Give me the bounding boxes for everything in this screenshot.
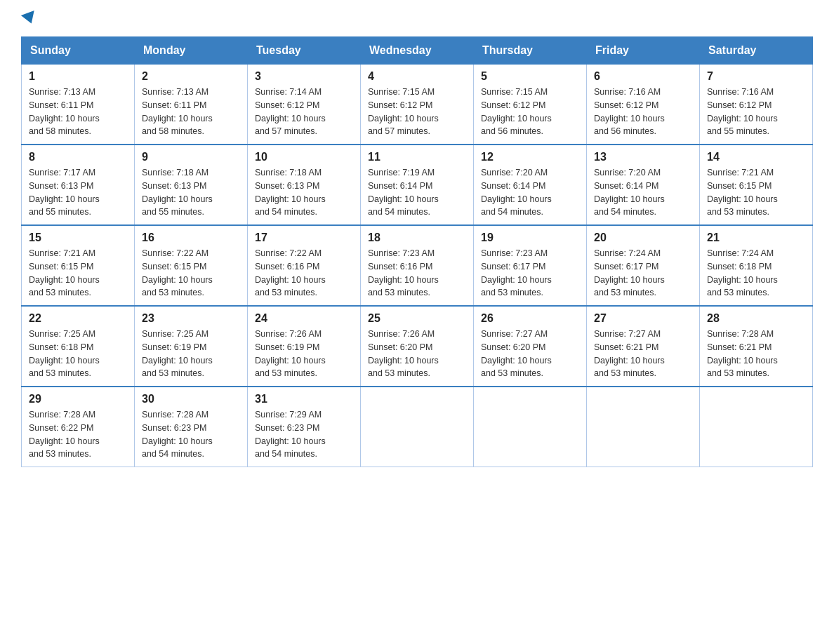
calendar-week-row: 15Sunrise: 7:21 AMSunset: 6:15 PMDayligh… — [22, 225, 813, 306]
day-info: Sunrise: 7:25 AMSunset: 6:19 PMDaylight:… — [142, 328, 240, 380]
day-info: Sunrise: 7:25 AMSunset: 6:18 PMDaylight:… — [29, 328, 127, 380]
calendar-day-cell — [361, 387, 474, 467]
calendar-day-cell: 12Sunrise: 7:20 AMSunset: 6:14 PMDayligh… — [474, 145, 587, 225]
calendar-day-cell: 26Sunrise: 7:27 AMSunset: 6:20 PMDayligh… — [474, 306, 587, 387]
day-number: 1 — [29, 70, 127, 83]
day-info: Sunrise: 7:20 AMSunset: 6:14 PMDaylight:… — [481, 166, 579, 219]
day-number: 14 — [707, 151, 805, 163]
calendar-day-cell: 22Sunrise: 7:25 AMSunset: 6:18 PMDayligh… — [22, 306, 135, 387]
calendar-day-cell: 25Sunrise: 7:26 AMSunset: 6:20 PMDayligh… — [361, 306, 474, 387]
day-info: Sunrise: 7:13 AMSunset: 6:11 PMDaylight:… — [29, 86, 127, 138]
day-number: 9 — [142, 151, 240, 163]
day-number: 3 — [255, 70, 353, 83]
calendar-day-cell: 18Sunrise: 7:23 AMSunset: 6:16 PMDayligh… — [361, 225, 474, 306]
day-info: Sunrise: 7:21 AMSunset: 6:15 PMDaylight:… — [707, 166, 805, 219]
day-info: Sunrise: 7:23 AMSunset: 6:17 PMDaylight:… — [481, 247, 579, 300]
day-number: 15 — [29, 232, 127, 244]
day-number: 31 — [255, 393, 353, 405]
calendar-day-cell: 6Sunrise: 7:16 AMSunset: 6:12 PMDaylight… — [587, 65, 700, 145]
day-number: 12 — [481, 151, 579, 163]
calendar-day-cell: 2Sunrise: 7:13 AMSunset: 6:11 PMDaylight… — [135, 65, 248, 145]
day-info: Sunrise: 7:15 AMSunset: 6:12 PMDaylight:… — [368, 86, 466, 138]
day-of-week-header: Sunday — [22, 37, 135, 65]
day-info: Sunrise: 7:19 AMSunset: 6:14 PMDaylight:… — [368, 166, 466, 219]
calendar-day-cell: 31Sunrise: 7:29 AMSunset: 6:23 PMDayligh… — [248, 387, 361, 467]
calendar-day-cell: 10Sunrise: 7:18 AMSunset: 6:13 PMDayligh… — [248, 145, 361, 225]
day-info: Sunrise: 7:26 AMSunset: 6:20 PMDaylight:… — [368, 328, 466, 380]
calendar-day-cell: 15Sunrise: 7:21 AMSunset: 6:15 PMDayligh… — [22, 225, 135, 306]
day-number: 13 — [594, 151, 692, 163]
calendar-week-row: 8Sunrise: 7:17 AMSunset: 6:13 PMDaylight… — [22, 145, 813, 225]
day-number: 17 — [255, 232, 353, 244]
day-info: Sunrise: 7:13 AMSunset: 6:11 PMDaylight:… — [142, 86, 240, 138]
day-number: 8 — [29, 151, 127, 163]
day-info: Sunrise: 7:26 AMSunset: 6:19 PMDaylight:… — [255, 328, 353, 380]
day-info: Sunrise: 7:29 AMSunset: 6:23 PMDaylight:… — [255, 408, 353, 461]
day-info: Sunrise: 7:20 AMSunset: 6:14 PMDaylight:… — [594, 166, 692, 219]
calendar-day-cell: 20Sunrise: 7:24 AMSunset: 6:17 PMDayligh… — [587, 225, 700, 306]
day-of-week-header: Thursday — [474, 37, 587, 65]
day-number: 4 — [368, 70, 466, 83]
day-number: 25 — [368, 312, 466, 325]
day-number: 20 — [594, 232, 692, 244]
day-number: 27 — [594, 312, 692, 325]
calendar-day-cell: 17Sunrise: 7:22 AMSunset: 6:16 PMDayligh… — [248, 225, 361, 306]
day-of-week-header: Wednesday — [361, 37, 474, 65]
calendar-day-cell — [700, 387, 813, 467]
calendar-day-cell: 8Sunrise: 7:17 AMSunset: 6:13 PMDaylight… — [22, 145, 135, 225]
day-of-week-header: Monday — [135, 37, 248, 65]
day-number: 24 — [255, 312, 353, 325]
page-header — [21, 14, 813, 22]
calendar-day-cell: 7Sunrise: 7:16 AMSunset: 6:12 PMDaylight… — [700, 65, 813, 145]
day-number: 16 — [142, 232, 240, 244]
day-number: 30 — [142, 393, 240, 405]
calendar-day-cell — [587, 387, 700, 467]
day-info: Sunrise: 7:21 AMSunset: 6:15 PMDaylight:… — [29, 247, 127, 300]
day-number: 5 — [481, 70, 579, 83]
logo — [21, 14, 42, 22]
calendar-week-row: 1Sunrise: 7:13 AMSunset: 6:11 PMDaylight… — [22, 65, 813, 145]
calendar-day-cell: 3Sunrise: 7:14 AMSunset: 6:12 PMDaylight… — [248, 65, 361, 145]
calendar-day-cell: 24Sunrise: 7:26 AMSunset: 6:19 PMDayligh… — [248, 306, 361, 387]
calendar-day-cell: 11Sunrise: 7:19 AMSunset: 6:14 PMDayligh… — [361, 145, 474, 225]
calendar-day-cell — [474, 387, 587, 467]
day-info: Sunrise: 7:18 AMSunset: 6:13 PMDaylight:… — [142, 166, 240, 219]
day-info: Sunrise: 7:14 AMSunset: 6:12 PMDaylight:… — [255, 86, 353, 138]
day-info: Sunrise: 7:28 AMSunset: 6:22 PMDaylight:… — [29, 408, 127, 461]
calendar-week-row: 22Sunrise: 7:25 AMSunset: 6:18 PMDayligh… — [22, 306, 813, 387]
day-info: Sunrise: 7:17 AMSunset: 6:13 PMDaylight:… — [29, 166, 127, 219]
day-info: Sunrise: 7:27 AMSunset: 6:20 PMDaylight:… — [481, 328, 579, 380]
day-number: 19 — [481, 232, 579, 244]
calendar-day-cell: 21Sunrise: 7:24 AMSunset: 6:18 PMDayligh… — [700, 225, 813, 306]
day-of-week-header: Friday — [587, 37, 700, 65]
day-info: Sunrise: 7:16 AMSunset: 6:12 PMDaylight:… — [707, 86, 805, 138]
day-number: 23 — [142, 312, 240, 325]
calendar-day-cell: 5Sunrise: 7:15 AMSunset: 6:12 PMDaylight… — [474, 65, 587, 145]
calendar-day-cell: 16Sunrise: 7:22 AMSunset: 6:15 PMDayligh… — [135, 225, 248, 306]
day-info: Sunrise: 7:28 AMSunset: 6:21 PMDaylight:… — [707, 328, 805, 380]
day-number: 18 — [368, 232, 466, 244]
calendar-header-row: SundayMondayTuesdayWednesdayThursdayFrid… — [22, 37, 813, 65]
day-info: Sunrise: 7:24 AMSunset: 6:17 PMDaylight:… — [594, 247, 692, 300]
calendar-day-cell: 1Sunrise: 7:13 AMSunset: 6:11 PMDaylight… — [22, 65, 135, 145]
day-number: 29 — [29, 393, 127, 405]
day-info: Sunrise: 7:24 AMSunset: 6:18 PMDaylight:… — [707, 247, 805, 300]
day-number: 28 — [707, 312, 805, 325]
calendar-day-cell: 9Sunrise: 7:18 AMSunset: 6:13 PMDaylight… — [135, 145, 248, 225]
day-of-week-header: Tuesday — [248, 37, 361, 65]
calendar-day-cell: 29Sunrise: 7:28 AMSunset: 6:22 PMDayligh… — [22, 387, 135, 467]
calendar-day-cell: 28Sunrise: 7:28 AMSunset: 6:21 PMDayligh… — [700, 306, 813, 387]
day-number: 21 — [707, 232, 805, 244]
day-number: 26 — [481, 312, 579, 325]
calendar-table: SundayMondayTuesdayWednesdayThursdayFrid… — [21, 36, 813, 467]
calendar-day-cell: 4Sunrise: 7:15 AMSunset: 6:12 PMDaylight… — [361, 65, 474, 145]
day-info: Sunrise: 7:18 AMSunset: 6:13 PMDaylight:… — [255, 166, 353, 219]
day-number: 22 — [29, 312, 127, 325]
day-number: 6 — [594, 70, 692, 83]
calendar-day-cell: 19Sunrise: 7:23 AMSunset: 6:17 PMDayligh… — [474, 225, 587, 306]
day-info: Sunrise: 7:27 AMSunset: 6:21 PMDaylight:… — [594, 328, 692, 380]
day-number: 10 — [255, 151, 353, 163]
day-info: Sunrise: 7:15 AMSunset: 6:12 PMDaylight:… — [481, 86, 579, 138]
calendar-day-cell: 27Sunrise: 7:27 AMSunset: 6:21 PMDayligh… — [587, 306, 700, 387]
calendar-week-row: 29Sunrise: 7:28 AMSunset: 6:22 PMDayligh… — [22, 387, 813, 467]
